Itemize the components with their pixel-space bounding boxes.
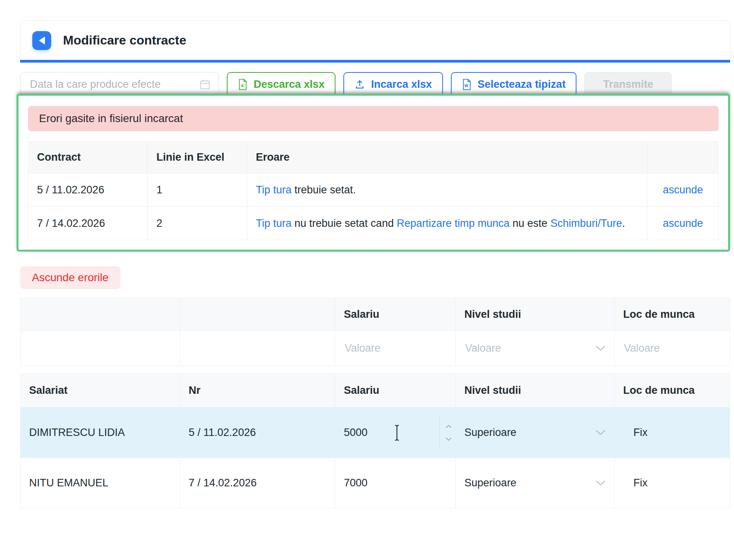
upload-icon [354, 79, 365, 90]
xlsx-file-icon: x [238, 78, 248, 91]
error-message: Tip tura nu trebuie setat cand Repartiza… [247, 207, 647, 240]
contract-row: NITU EMANUEL7 / 14.02.20267000Superioare… [20, 458, 730, 508]
cell-salariu: 7000 [335, 458, 456, 508]
hide-error-link[interactable]: ascunde [663, 184, 703, 196]
upload-xlsx-label: Incarca xlsx [371, 78, 432, 91]
cell-nivel-studii: Superioare [456, 458, 614, 508]
error-text: . [622, 217, 625, 229]
filter-col-salariu: Salariu [335, 298, 456, 331]
effective-date-field[interactable] [20, 72, 219, 97]
error-term-link[interactable]: Tip tura [256, 217, 292, 229]
spinner-down-icon[interactable] [445, 437, 452, 441]
page-content: Modificare contracte x [20, 20, 730, 508]
transmit-button[interactable]: Transmite [584, 72, 672, 97]
filter-cell-nivel-studii [456, 331, 614, 366]
spinner-up-icon[interactable] [445, 425, 452, 428]
page-header: Modificare contracte [20, 20, 730, 60]
header-divider [20, 60, 730, 63]
cell-nr: 5 / 11.02.2026 [180, 408, 335, 458]
errors-table: Contract Linie in Excel Eroare 5 / 11.02… [28, 141, 719, 240]
download-xlsx-label: Descarca xlsx [254, 78, 324, 91]
svg-text:w: w [464, 83, 468, 88]
select-template-label: Selecteaza tipizat [478, 78, 566, 91]
chevron-down-icon[interactable] [595, 430, 606, 436]
col-nivel-studii: Nivel studii [456, 374, 614, 408]
back-button[interactable] [32, 31, 51, 50]
error-message: Tip tura trebuie setat. [247, 173, 647, 207]
salary-stepper[interactable] [439, 416, 452, 450]
error-term-link[interactable]: Schimburi/Ture [550, 217, 622, 229]
error-contract: 7 / 14.02.2026 [28, 207, 148, 240]
error-actions: ascunde [647, 173, 719, 207]
nivel-studii-filter-input[interactable] [464, 342, 595, 355]
col-salariu: Salariu [335, 374, 456, 408]
filter-input-row [20, 331, 730, 366]
page-title: Modificare contracte [63, 33, 186, 48]
error-text: trebuie setat. [291, 184, 356, 196]
svg-text:x: x [241, 82, 244, 88]
cell-loc-de-munca: Fix [614, 408, 730, 458]
filter-cell-empty-1 [20, 331, 180, 366]
error-excel-line: 2 [148, 207, 247, 240]
contracts-table: Salariat Nr Salariu Nivel studii Loc de … [20, 373, 730, 508]
effective-date-input[interactable] [29, 78, 199, 91]
hide-error-link[interactable]: ascunde [663, 217, 703, 229]
errors-col-contract: Contract [28, 142, 148, 173]
nivel-studii-select[interactable]: Superioare [464, 477, 516, 489]
filter-cell-loc-de-munca [614, 331, 730, 366]
filter-col-empty-2 [180, 298, 335, 331]
cell-salariu: 5000 [335, 408, 456, 458]
filter-col-nivel-studii: Nivel studii [456, 298, 614, 331]
back-icon [39, 37, 45, 45]
col-salariat: Salariat [20, 374, 180, 408]
salary-value-field[interactable]: 7000 [344, 477, 372, 489]
loc-de-munca-value: Fix [623, 426, 648, 439]
select-template-button[interactable]: w Selecteaza tipizat [451, 72, 577, 97]
error-excel-line: 1 [148, 173, 247, 207]
text-cursor-icon [394, 425, 400, 441]
error-term-link[interactable]: Repartizare timp munca [397, 217, 510, 229]
filter-cell-empty-2 [180, 331, 335, 366]
error-actions: ascunde [647, 207, 719, 240]
chevron-down-icon[interactable] [595, 480, 606, 486]
error-row: 7 / 14.02.20262Tip tura nu trebuie setat… [28, 207, 719, 240]
contracts-table-body: DIMITRESCU LIDIA5 / 11.02.20265000 Super… [20, 408, 730, 508]
cell-salariat: NITU EMANUEL [20, 458, 180, 508]
filter-table: Salariu Nivel studii Loc de munca [20, 298, 730, 366]
error-text: nu trebuie setat cand [291, 217, 397, 229]
cell-salariat: DIMITRESCU LIDIA [20, 408, 180, 458]
errors-col-line: Linie in Excel [148, 142, 247, 173]
cell-nivel-studii: Superioare [456, 408, 614, 458]
col-loc-de-munca: Loc de munca [614, 374, 730, 408]
contracts-header-row: Salariat Nr Salariu Nivel studii Loc de … [20, 374, 730, 408]
chevron-down-icon[interactable] [595, 345, 606, 351]
upload-xlsx-button[interactable]: Incarca xlsx [343, 72, 443, 97]
error-term-link[interactable]: Tip tura [256, 184, 292, 196]
download-xlsx-button[interactable]: x Descarca xlsx [227, 72, 335, 97]
hide-errors-button[interactable]: Ascunde erorile [20, 266, 120, 289]
transmit-label: Transmite [603, 78, 653, 91]
loc-de-munca-filter-input[interactable] [623, 342, 721, 355]
calendar-icon[interactable] [199, 79, 211, 90]
cell-nr: 7 / 14.02.2026 [180, 458, 335, 508]
filter-cell-salariu [335, 331, 456, 366]
col-nr: Nr [180, 374, 335, 408]
errors-banner: Erori gasite in fisierul incarcat [28, 106, 719, 131]
salary-value-field[interactable]: 5000 [344, 426, 372, 439]
nivel-studii-select[interactable]: Superioare [464, 426, 516, 439]
error-row: 5 / 11.02.20261Tip tura trebuie setat.as… [28, 173, 719, 207]
cell-loc-de-munca: Fix [614, 458, 730, 508]
errors-panel: Erori gasite in fisierul incarcat Contra… [17, 94, 730, 252]
salariu-filter-input[interactable] [344, 342, 447, 355]
filter-col-loc-de-munca: Loc de munca [614, 298, 730, 331]
error-text: nu este [510, 217, 550, 229]
contract-row: DIMITRESCU LIDIA5 / 11.02.20265000 Super… [20, 408, 730, 458]
errors-col-error: Eroare [247, 142, 647, 173]
error-contract: 5 / 11.02.2026 [28, 173, 148, 207]
errors-col-actions [647, 142, 719, 173]
loc-de-munca-value: Fix [623, 477, 648, 489]
filter-col-empty-1 [20, 298, 180, 331]
toolbar: x Descarca xlsx Incarca xlsx w [20, 72, 730, 97]
word-file-icon: w [462, 78, 472, 91]
filter-header-row: Salariu Nivel studii Loc de munca [20, 298, 730, 331]
